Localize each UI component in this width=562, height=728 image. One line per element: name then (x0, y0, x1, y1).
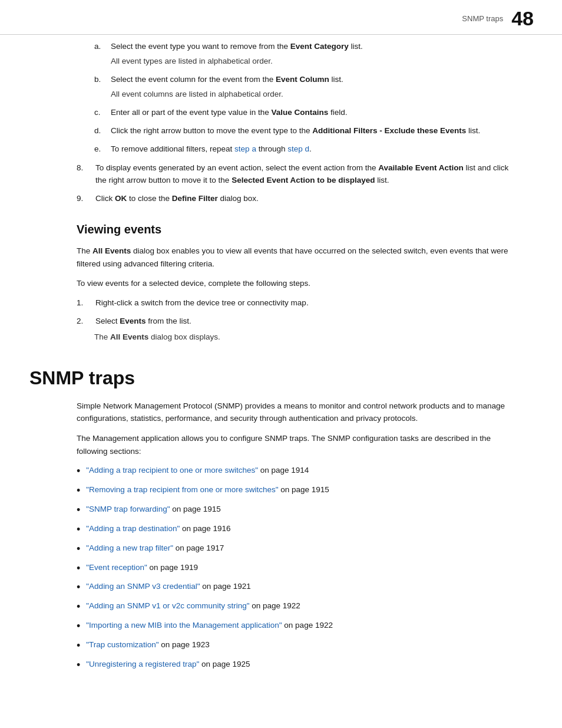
bullet-link-3[interactable]: "SNMP trap forwarding" (86, 505, 170, 513)
viewing-events-para2: To view events for a selected device, co… (77, 277, 515, 290)
list-item: • "Removing a trap recipient from one or… (77, 484, 515, 499)
list-body: Click the right arrow button to move the… (111, 125, 515, 137)
num-list: 8. To display events generated by an eve… (77, 162, 515, 205)
viewing-step-2: 2. Select Events from the list. (77, 315, 515, 328)
list-item: • "Adding a trap destination" on page 19… (77, 523, 515, 538)
list-body: To remove additional filters, repeat ste… (111, 143, 515, 156)
list-body: Click OK to close the Define Filter dial… (95, 193, 515, 205)
list-num: 8. (77, 162, 87, 187)
bullet-link-5[interactable]: "Adding a new trap filter" (86, 543, 173, 552)
viewing-events-para1: The All Events dialog box enables you to… (77, 245, 515, 270)
bullet-text: "SNMP trap forwarding" on page 1915 (86, 503, 220, 516)
bullet-text: "Adding a trap recipient to one or more … (86, 465, 309, 477)
list-sub-note-b: All event columns are listed in alphabet… (111, 88, 515, 101)
alpha-list: a. Select the event type you want to rem… (94, 41, 515, 155)
bullet-text: "Adding a trap destination" on page 1916 (86, 523, 230, 535)
list-item: • "Importing a new MIB into the Manageme… (77, 620, 515, 635)
bullet-text: "Event reception" on page 1919 (86, 562, 198, 574)
bullet-link-9[interactable]: "Importing a new MIB into the Management… (86, 621, 282, 630)
list-body: Select the event column for the event fr… (111, 74, 515, 86)
bullet-link-10[interactable]: "Trap customization" (86, 640, 158, 649)
bullet-text: "Importing a new MIB into the Management… (86, 620, 333, 632)
sub-note-b: All event columns are listed in alphabet… (111, 90, 283, 98)
bullet-icon: • (77, 657, 80, 674)
bullet-link-2[interactable]: "Removing a trap recipient from one or m… (86, 485, 278, 494)
list-item: • "Adding an SNMP v3 credential" on page… (77, 581, 515, 596)
list-letter: a. (94, 41, 105, 53)
viewing-step-1: 1. Right-click a switch from the device … (77, 297, 515, 309)
bullet-text: "Removing a trap recipient from one or m… (86, 484, 329, 496)
bullet-text: "Unregistering a registered trap" on pag… (86, 658, 250, 671)
main-content: a. Select the event type you want to rem… (0, 35, 562, 703)
list-letter: b. (94, 74, 105, 86)
list-body: Enter all or part of the event type valu… (111, 107, 515, 119)
list-body: To display events generated by an event … (95, 162, 515, 187)
bullet-text: "Adding an SNMP v3 credential" on page 1… (86, 581, 251, 593)
bullet-icon: • (77, 561, 80, 577)
bullet-link-11[interactable]: "Unregistering a registered trap" (86, 660, 199, 668)
bullet-text: "Trap customization" on page 1923 (86, 639, 209, 651)
list-item: • "Adding a trap recipient to one or mor… (77, 465, 515, 480)
list-item: • "SNMP trap forwarding" on page 1915 (77, 503, 515, 519)
list-item: c. Enter all or part of the event type v… (94, 107, 515, 119)
bullet-link-6[interactable]: "Event reception" (86, 563, 147, 572)
list-sub-note-a: All event types are listed in alphabetic… (111, 55, 515, 68)
list-item: • "Adding an SNMP v1 or v2c community st… (77, 600, 515, 615)
step-num: 1. (77, 297, 87, 309)
list-item: b. Select the event column for the event… (94, 74, 515, 86)
step-a-link[interactable]: step a (234, 144, 256, 153)
list-num: 9. (77, 193, 87, 205)
list-item-9: 9. Click OK to close the Define Filter d… (77, 193, 515, 205)
step-d-link[interactable]: step d (287, 144, 309, 153)
list-letter: d. (94, 125, 105, 137)
list-letter: c. (94, 107, 105, 119)
list-letter: e. (94, 143, 105, 156)
chapter-label: SNMP traps (462, 14, 503, 23)
list-item: • "Event reception" on page 1919 (77, 562, 515, 577)
bullet-text: "Adding a new trap filter" on page 1917 (86, 542, 224, 555)
bullet-icon: • (77, 522, 80, 538)
list-item: • "Trap customization" on page 1923 (77, 639, 515, 654)
bullet-link-1[interactable]: "Adding a trap recipient to one or more … (86, 466, 258, 475)
list-item-8: 8. To display events generated by an eve… (77, 162, 515, 187)
snmp-traps-bullet-list: • "Adding a trap recipient to one or mor… (77, 465, 515, 674)
bullet-icon: • (77, 483, 80, 499)
list-item: e. To remove additional filters, repeat … (94, 143, 515, 156)
snmp-traps-para2: The Management application allows you to… (77, 432, 515, 457)
step-num: 2. (77, 315, 87, 328)
list-item: d. Click the right arrow button to move … (94, 125, 515, 137)
list-item: • "Unregistering a registered trap" on p… (77, 658, 515, 674)
snmp-traps-heading: SNMP traps (29, 367, 515, 389)
page: SNMP traps 48 a. Select the event type y… (0, 0, 562, 728)
step-body: Select Events from the list. (95, 315, 515, 328)
step-body: Right-click a switch from the device tre… (95, 297, 515, 309)
bullet-link-8[interactable]: "Adding an SNMP v1 or v2c community stri… (86, 601, 249, 610)
bullet-icon: • (77, 579, 80, 596)
page-header: SNMP traps 48 (0, 0, 562, 35)
sub-note-a: All event types are listed in alphabetic… (111, 57, 273, 65)
bullet-link-7[interactable]: "Adding an SNMP v3 credential" (86, 582, 200, 591)
viewing-sub-note: The All Events dialog box displays. (94, 331, 515, 344)
viewing-events-steps: 1. Right-click a switch from the device … (77, 297, 515, 328)
viewing-events-heading: Viewing events (77, 223, 515, 236)
page-number: 48 (511, 8, 534, 28)
bullet-link-4[interactable]: "Adding a trap destination" (86, 524, 180, 533)
list-item: a. Select the event type you want to rem… (94, 41, 515, 53)
bullet-text: "Adding an SNMP v1 or v2c community stri… (86, 600, 300, 612)
bullet-icon: • (77, 599, 80, 615)
bullet-icon: • (77, 618, 80, 635)
bullet-icon: • (77, 638, 80, 654)
list-body: Select the event type you want to remove… (111, 41, 515, 53)
snmp-traps-para1: Simple Network Management Protocol (SNMP… (77, 400, 515, 425)
bullet-icon: • (77, 541, 80, 558)
list-item: • "Adding a new trap filter" on page 191… (77, 542, 515, 558)
bullet-icon: • (77, 502, 80, 519)
bullet-icon: • (77, 463, 80, 480)
